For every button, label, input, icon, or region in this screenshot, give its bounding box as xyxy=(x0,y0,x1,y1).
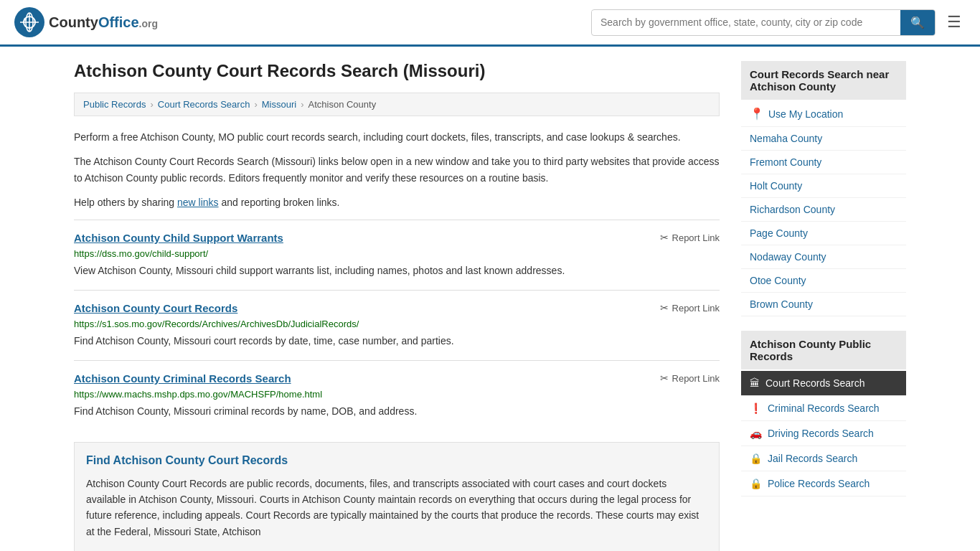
report-icon-2: ✂ xyxy=(660,372,669,384)
police-icon: 🔒 xyxy=(750,478,762,489)
logo-icon xyxy=(14,7,44,37)
desc-para-2: The Atchison County Court Records Search… xyxy=(74,154,720,186)
site-header: CountyOffice.org 🔍 ☰ xyxy=(0,0,980,47)
nearby-link-5[interactable]: Nodaway County xyxy=(741,245,906,269)
link-url-2[interactable]: https://www.machs.mshp.dps.mo.gov/MACHSF… xyxy=(74,389,720,400)
public-item-1[interactable]: ❗ Criminal Records Search xyxy=(741,396,906,421)
public-item-4[interactable]: 🔒 Police Records Search xyxy=(741,471,906,496)
report-link-2[interactable]: ✂ Report Link xyxy=(660,372,720,384)
public-item-0[interactable]: 🏛 Court Records Search xyxy=(741,371,906,396)
breadcrumb-atchison: Atchison County xyxy=(308,99,377,110)
nearby-header: Court Records Search near Atchison Count… xyxy=(741,61,906,100)
desc-para-3-before: Help others by sharing xyxy=(74,197,177,208)
svg-point-5 xyxy=(24,18,27,21)
find-section: Find Atchison County Court Records Atchi… xyxy=(74,442,720,551)
nearby-link-4[interactable]: Page County xyxy=(741,222,906,245)
new-links-link[interactable]: new links xyxy=(177,197,219,208)
criminal-icon: ❗ xyxy=(750,402,762,414)
link-item-1: Atchison County Court Records ✂ Report L… xyxy=(74,290,720,360)
nearby-link-0[interactable]: Nemaha County xyxy=(741,127,906,151)
use-location-label: Use My Location xyxy=(768,108,843,120)
car-icon: 🚗 xyxy=(750,428,762,439)
search-bar[interactable]: 🔍 xyxy=(591,9,936,36)
public-records-header: Atchison County Public Records xyxy=(741,331,906,369)
public-item-label-3: Jail Records Search xyxy=(768,453,857,464)
breadcrumb-sep-2: › xyxy=(254,99,257,110)
hamburger-menu[interactable]: ☰ xyxy=(943,9,966,36)
desc-para-1: Perform a free Atchison County, MO publi… xyxy=(74,129,720,145)
link-item-2: Atchison County Criminal Records Search … xyxy=(74,360,720,430)
search-input[interactable] xyxy=(592,11,900,34)
court-icon: 🏛 xyxy=(750,377,760,389)
nearby-link-1[interactable]: Fremont County xyxy=(741,151,906,174)
link-desc-1: Find Atchison County, Missouri court rec… xyxy=(74,334,720,349)
nearby-link-6[interactable]: Otoe County xyxy=(741,269,906,293)
public-item-label-1: Criminal Records Search xyxy=(768,402,880,414)
public-item-label-2: Driving Records Search xyxy=(768,428,874,439)
content-area: Atchison County Court Records Search (Mi… xyxy=(74,61,720,551)
logo-text: CountyOffice.org xyxy=(49,14,158,31)
header-right: 🔍 ☰ xyxy=(591,9,966,36)
nearby-link-2[interactable]: Holt County xyxy=(741,174,906,198)
link-desc-0: View Atchison County, Missouri child sup… xyxy=(74,263,720,278)
breadcrumb-missouri[interactable]: Missouri xyxy=(262,99,296,110)
link-desc-2: Find Atchison County, Missouri criminal … xyxy=(74,404,720,419)
report-link-1[interactable]: ✂ Report Link xyxy=(660,302,720,314)
breadcrumb-sep-1: › xyxy=(150,99,153,110)
public-item-label-4: Police Records Search xyxy=(768,478,870,489)
link-title-0[interactable]: Atchison County Child Support Warrants xyxy=(74,232,283,244)
search-button[interactable]: 🔍 xyxy=(900,10,935,35)
report-link-0[interactable]: ✂ Report Link xyxy=(660,232,720,243)
public-item-label-0: Court Records Search xyxy=(765,377,865,389)
desc-para-3-after: and reporting broken links. xyxy=(219,197,340,208)
report-label-2: Report Link xyxy=(672,373,720,384)
link-item-header-0: Atchison County Child Support Warrants ✂… xyxy=(74,232,720,244)
public-item-3[interactable]: 🔒 Jail Records Search xyxy=(741,446,906,471)
link-title-1[interactable]: Atchison County Court Records xyxy=(74,302,237,314)
link-item-0: Atchison County Child Support Warrants ✂… xyxy=(74,220,720,290)
report-label-1: Report Link xyxy=(672,303,720,314)
main-container: Atchison County Court Records Search (Mi… xyxy=(60,47,920,551)
breadcrumb: Public Records › Court Records Search › … xyxy=(74,93,720,116)
report-icon-0: ✂ xyxy=(660,232,669,243)
link-url-0[interactable]: https://dss.mo.gov/child-support/ xyxy=(74,248,720,259)
links-list: Atchison County Child Support Warrants ✂… xyxy=(74,220,720,430)
find-section-title: Find Atchison County Court Records xyxy=(86,454,707,467)
breadcrumb-court-records[interactable]: Court Records Search xyxy=(158,99,250,110)
report-label-0: Report Link xyxy=(672,232,720,243)
report-icon-1: ✂ xyxy=(660,302,669,314)
location-dot-icon: 📍 xyxy=(750,107,764,121)
public-item-2[interactable]: 🚗 Driving Records Search xyxy=(741,421,906,446)
nearby-link-3[interactable]: Richardson County xyxy=(741,198,906,222)
find-section-desc: Atchison County Court Records are public… xyxy=(86,476,707,540)
breadcrumb-sep-3: › xyxy=(301,99,303,110)
link-url-1[interactable]: https://s1.sos.mo.gov/Records/Archives/A… xyxy=(74,319,720,329)
public-records-section: Atchison County Public Records 🏛 Court R… xyxy=(741,331,906,496)
sidebar: Court Records Search near Atchison Count… xyxy=(741,61,906,551)
link-item-header-2: Atchison County Criminal Records Search … xyxy=(74,372,720,385)
nearby-section: Court Records Search near Atchison Count… xyxy=(741,61,906,316)
use-location-link[interactable]: 📍 Use My Location xyxy=(741,101,906,127)
jail-icon: 🔒 xyxy=(750,453,762,464)
breadcrumb-public-records[interactable]: Public Records xyxy=(83,99,146,110)
link-title-2[interactable]: Atchison County Criminal Records Search xyxy=(74,372,291,385)
desc-para-3: Help others by sharing new links and rep… xyxy=(74,194,720,210)
logo[interactable]: CountyOffice.org xyxy=(14,7,158,37)
page-title: Atchison County Court Records Search (Mi… xyxy=(74,61,720,81)
nearby-link-7[interactable]: Brown County xyxy=(741,293,906,316)
link-item-header-1: Atchison County Court Records ✂ Report L… xyxy=(74,302,720,314)
